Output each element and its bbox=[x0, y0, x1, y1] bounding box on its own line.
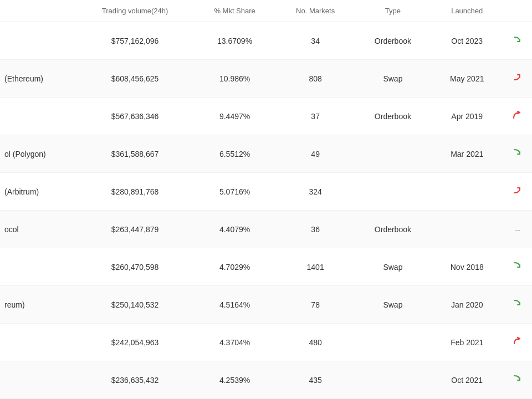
cell-mktshare: 4.5164% bbox=[193, 286, 276, 324]
cell-trend bbox=[503, 324, 532, 361]
col-header-launched[interactable]: Launched bbox=[431, 0, 503, 22]
table-row: $757,162,096 13.6709% 34 Orderbook Oct 2… bbox=[0, 22, 532, 60]
trend-icon bbox=[512, 147, 523, 161]
data-table: Trading volume(24h) % Mkt Share No. Mark… bbox=[0, 0, 532, 399]
cell-markets: 435 bbox=[276, 361, 355, 399]
cell-trend bbox=[503, 173, 532, 211]
cell-trend bbox=[503, 361, 532, 399]
cell-name: ol (Polygon) bbox=[0, 135, 76, 173]
trend-icon bbox=[512, 373, 523, 387]
cell-name bbox=[0, 324, 76, 361]
trend-icon bbox=[512, 260, 523, 274]
cell-volume: $260,470,598 bbox=[76, 248, 193, 286]
trend-icon bbox=[512, 298, 523, 311]
cell-type: Orderbook bbox=[355, 98, 431, 135]
cell-markets: 36 bbox=[276, 211, 355, 248]
cell-markets: 808 bbox=[276, 60, 355, 98]
cell-volume: $608,456,625 bbox=[76, 60, 193, 98]
trend-icon bbox=[512, 109, 523, 123]
cell-trend bbox=[503, 60, 532, 98]
cell-volume: $567,636,346 bbox=[76, 98, 193, 135]
cell-name: ocol bbox=[0, 211, 76, 248]
cell-type bbox=[355, 135, 431, 173]
cell-type: Swap bbox=[355, 248, 431, 286]
cell-markets: 37 bbox=[276, 98, 355, 135]
cell-launched: Apr 2019 bbox=[431, 98, 503, 135]
cell-markets: 324 bbox=[276, 173, 355, 211]
cell-name: reum) bbox=[0, 286, 76, 324]
trend-icon bbox=[512, 34, 523, 48]
cell-mktshare: 4.2539% bbox=[193, 361, 276, 399]
table-row: $567,636,346 9.4497% 37 Orderbook Apr 20… bbox=[0, 98, 532, 135]
cell-name: (Ethereum) bbox=[0, 60, 76, 98]
cell-markets: 49 bbox=[276, 135, 355, 173]
cell-launched: Jan 2020 bbox=[431, 286, 503, 324]
col-header-trend bbox=[503, 0, 532, 22]
trend-icon bbox=[512, 335, 523, 349]
cell-launched: Nov 2018 bbox=[431, 248, 503, 286]
cell-type: Swap bbox=[355, 60, 431, 98]
exchange-table: Trading volume(24h) % Mkt Share No. Mark… bbox=[0, 0, 532, 399]
cell-type: Orderbook bbox=[355, 22, 431, 60]
table-row: ol (Polygon) $361,588,667 6.5512% 49 Mar… bbox=[0, 135, 532, 173]
cell-name bbox=[0, 22, 76, 60]
cell-launched: Mar 2021 bbox=[431, 135, 503, 173]
cell-type: Orderbook bbox=[355, 211, 431, 248]
cell-launched: Oct 2021 bbox=[431, 361, 503, 399]
cell-launched: Oct 2023 bbox=[431, 22, 503, 60]
cell-mktshare: 13.6709% bbox=[193, 22, 276, 60]
cell-name bbox=[0, 361, 76, 399]
cell-type bbox=[355, 324, 431, 361]
cell-volume: $361,588,667 bbox=[76, 135, 193, 173]
table-header-row: Trading volume(24h) % Mkt Share No. Mark… bbox=[0, 0, 532, 22]
trend-icon bbox=[512, 71, 523, 85]
cell-type: Swap bbox=[355, 286, 431, 324]
trend-icon bbox=[512, 185, 523, 198]
table-row: $236,635,432 4.2539% 435 Oct 2021 bbox=[0, 361, 532, 399]
cell-launched: May 2021 bbox=[431, 60, 503, 98]
cell-trend bbox=[503, 135, 532, 173]
cell-mktshare: 4.7029% bbox=[193, 248, 276, 286]
cell-name: (Arbitrum) bbox=[0, 173, 76, 211]
cell-launched bbox=[431, 211, 503, 248]
table-row: $260,470,598 4.7029% 1401 Swap Nov 2018 bbox=[0, 248, 532, 286]
cell-type bbox=[355, 361, 431, 399]
table-row: reum) $250,140,532 4.5164% 78 Swap Jan 2… bbox=[0, 286, 532, 324]
col-header-mktshare[interactable]: % Mkt Share bbox=[193, 0, 276, 22]
cell-trend bbox=[503, 22, 532, 60]
cell-markets: 34 bbox=[276, 22, 355, 60]
trend-neutral-icon: -- bbox=[515, 226, 520, 234]
cell-volume: $280,891,768 bbox=[76, 173, 193, 211]
cell-mktshare: 9.4497% bbox=[193, 98, 276, 135]
cell-volume: $236,635,432 bbox=[76, 361, 193, 399]
col-header-type[interactable]: Type bbox=[355, 0, 431, 22]
table-row: (Arbitrum) $280,891,768 5.0716% 324 bbox=[0, 173, 532, 211]
cell-launched: Feb 2021 bbox=[431, 324, 503, 361]
cell-markets: 78 bbox=[276, 286, 355, 324]
cell-trend bbox=[503, 248, 532, 286]
table-row: $242,054,963 4.3704% 480 Feb 2021 bbox=[0, 324, 532, 361]
cell-name bbox=[0, 248, 76, 286]
cell-markets: 480 bbox=[276, 324, 355, 361]
table-row: (Ethereum) $608,456,625 10.986% 808 Swap… bbox=[0, 60, 532, 98]
cell-volume: $263,447,879 bbox=[76, 211, 193, 248]
cell-mktshare: 6.5512% bbox=[193, 135, 276, 173]
col-header-markets[interactable]: No. Markets bbox=[276, 0, 355, 22]
col-header-volume[interactable]: Trading volume(24h) bbox=[76, 0, 193, 22]
cell-mktshare: 10.986% bbox=[193, 60, 276, 98]
cell-trend bbox=[503, 98, 532, 135]
cell-type bbox=[355, 173, 431, 211]
table-row: ocol $263,447,879 4.4079% 36 Orderbook -… bbox=[0, 211, 532, 248]
cell-launched bbox=[431, 173, 503, 211]
cell-trend bbox=[503, 286, 532, 324]
cell-markets: 1401 bbox=[276, 248, 355, 286]
cell-volume: $242,054,963 bbox=[76, 324, 193, 361]
cell-name bbox=[0, 98, 76, 135]
cell-volume: $250,140,532 bbox=[76, 286, 193, 324]
cell-trend: -- bbox=[503, 211, 532, 248]
cell-volume: $757,162,096 bbox=[76, 22, 193, 60]
cell-mktshare: 5.0716% bbox=[193, 173, 276, 211]
col-header-name bbox=[0, 0, 76, 22]
cell-mktshare: 4.4079% bbox=[193, 211, 276, 248]
cell-mktshare: 4.3704% bbox=[193, 324, 276, 361]
